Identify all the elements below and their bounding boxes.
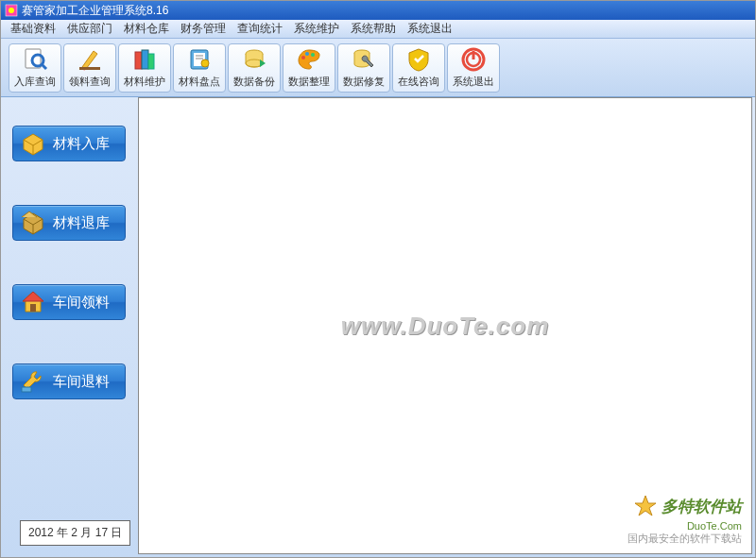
tool-pick-query[interactable]: 领料查询: [63, 43, 116, 93]
watermark: www.DuoTe.com: [341, 312, 550, 341]
box-in-icon: [19, 129, 47, 158]
books-icon: [131, 46, 158, 73]
brand-name: 多特软件站: [662, 496, 742, 517]
svg-rect-29: [22, 387, 31, 392]
side-label: 车间退料: [53, 373, 110, 391]
shield-icon: [405, 46, 432, 73]
svg-marker-27: [23, 292, 43, 301]
tool-label: 数据修复: [343, 75, 385, 89]
house-icon: [19, 288, 47, 316]
palette-icon: [296, 46, 322, 73]
tool-label: 数据整理: [288, 75, 330, 89]
svg-marker-30: [635, 496, 656, 516]
wrench-icon: [19, 367, 47, 396]
date-display: 2012 年 2 月 17 日: [20, 520, 130, 546]
svg-point-21: [311, 53, 315, 57]
tool-label: 数据备份: [233, 75, 275, 89]
tool-system-exit[interactable]: 系统退出: [447, 43, 500, 93]
tool-data-clean[interactable]: 数据整理: [283, 43, 335, 93]
menu-item-supply[interactable]: 供应部门: [61, 19, 118, 39]
svg-rect-9: [142, 50, 148, 69]
tool-label: 材料盘点: [179, 75, 220, 89]
svg-marker-5: [82, 51, 97, 69]
svg-point-1: [9, 8, 14, 13]
brand-url: DuoTe.Com: [627, 520, 742, 532]
side-workshop-return[interactable]: 车间退料: [12, 364, 126, 399]
svg-rect-10: [148, 54, 154, 69]
pencil-icon: [77, 46, 103, 73]
tool-data-repair[interactable]: 数据修复: [337, 43, 390, 93]
svg-rect-28: [30, 304, 36, 312]
side-material-in[interactable]: 材料入库: [12, 126, 126, 161]
menu-item-query[interactable]: 查询统计: [232, 19, 288, 39]
db-wrench-icon: [351, 46, 377, 73]
menu-item-exit[interactable]: 系统退出: [402, 19, 458, 39]
menu-item-warehouse[interactable]: 材料仓库: [118, 19, 175, 39]
content-pane: www.DuoTe.com 多特软件站 DuoTe.Com 国内最安全的软件下载…: [138, 97, 752, 554]
tool-material-maintain[interactable]: 材料维护: [118, 43, 171, 93]
toolbar: 入库查询 领料查询 材料维护 材料盘点 数据备份: [1, 39, 755, 97]
app-icon: [5, 4, 18, 17]
svg-line-4: [42, 64, 46, 69]
db-backup-icon: [241, 46, 267, 73]
tool-label: 领料查询: [69, 75, 111, 89]
menu-item-basic[interactable]: 基础资料: [5, 19, 61, 39]
side-label: 车间领料: [53, 294, 110, 312]
tool-material-check[interactable]: 材料盘点: [173, 43, 226, 93]
side-label: 材料退库: [53, 214, 110, 232]
main-area: 材料入库 材料退库 车间领料 车间退料 2012 年: [1, 97, 755, 557]
side-label: 材料入库: [53, 135, 110, 153]
footer-logo: 多特软件站 DuoTe.Com 国内最安全的软件下载站: [627, 494, 742, 546]
side-workshop-pick[interactable]: 车间领料: [12, 284, 126, 320]
menu-bar: 基础资料 供应部门 材料仓库 财务管理 查询统计 系统维护 系统帮助 系统退出: [1, 20, 755, 39]
tool-label: 在线咨询: [398, 75, 439, 89]
svg-rect-7: [79, 67, 100, 70]
brand-sub: 国内最安全的软件下载站: [627, 532, 742, 546]
tool-label: 入库查询: [14, 75, 56, 89]
svg-rect-8: [135, 52, 142, 69]
notebook-icon: [186, 46, 213, 73]
box-out-icon: [19, 209, 47, 237]
tool-inbound-query[interactable]: 入库查询: [9, 43, 61, 93]
sidebar: 材料入库 材料退库 车间领料 车间退料 2012 年: [1, 97, 138, 557]
side-material-return[interactable]: 材料退库: [12, 205, 126, 241]
menu-item-help[interactable]: 系统帮助: [345, 19, 402, 39]
tool-online-consult[interactable]: 在线咨询: [392, 43, 445, 93]
tool-label: 系统退出: [453, 75, 494, 89]
search-doc-icon: [22, 46, 48, 73]
tool-data-backup[interactable]: 数据备份: [228, 43, 281, 93]
power-icon: [460, 46, 487, 73]
menu-item-finance[interactable]: 财务管理: [175, 19, 232, 39]
title-bar: 赛管家加工企业管理系统8.16: [1, 1, 755, 20]
menu-item-maintenance[interactable]: 系统维护: [288, 19, 345, 39]
star-icon: [633, 494, 658, 518]
title-text: 赛管家加工企业管理系统8.16: [22, 3, 168, 19]
svg-point-20: [305, 52, 309, 56]
svg-point-15: [201, 59, 209, 67]
svg-point-19: [301, 56, 305, 59]
tool-label: 材料维护: [124, 75, 165, 89]
